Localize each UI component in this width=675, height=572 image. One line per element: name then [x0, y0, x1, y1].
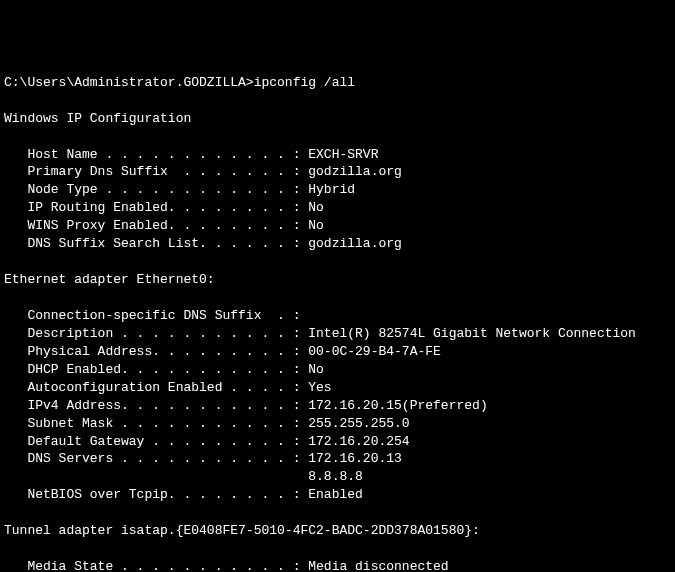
adapter-line: DNS Servers . . . . . . . . . . . : 172.… [4, 451, 402, 466]
adapter-line: Connection-specific DNS Suffix . : [4, 308, 300, 323]
section-header: Windows IP Configuration [4, 111, 191, 126]
config-line: Host Name . . . . . . . . . . . . : EXCH… [4, 147, 378, 162]
adapter-line: IPv4 Address. . . . . . . . . . . : 172.… [4, 398, 488, 413]
terminal-window[interactable]: C:\Users\Administrator.GODZILLA>ipconfig… [4, 74, 671, 572]
adapter-line: Physical Address. . . . . . . . . : 00-0… [4, 344, 441, 359]
adapter-header: Ethernet adapter Ethernet0: [4, 272, 215, 287]
config-line: WINS Proxy Enabled. . . . . . . . : No [4, 218, 324, 233]
adapter-line: Description . . . . . . . . . . . : Inte… [4, 326, 636, 341]
config-line: Node Type . . . . . . . . . . . . : Hybr… [4, 182, 355, 197]
command-text: ipconfig /all [254, 75, 355, 90]
config-line: IP Routing Enabled. . . . . . . . : No [4, 200, 324, 215]
adapter-line: Subnet Mask . . . . . . . . . . . : 255.… [4, 416, 410, 431]
adapter-header: Tunnel adapter isatap.{E0408FE7-5010-4FC… [4, 523, 480, 538]
adapter-line: DHCP Enabled. . . . . . . . . . . : No [4, 362, 324, 377]
prompt-path: C:\Users\Administrator.GODZILLA> [4, 75, 254, 90]
adapter-line: Autoconfiguration Enabled . . . . : Yes [4, 380, 332, 395]
adapter-line: NetBIOS over Tcpip. . . . . . . . : Enab… [4, 487, 363, 502]
adapter-line: 8.8.8.8 [4, 469, 363, 484]
config-line: Primary Dns Suffix . . . . . . . : godzi… [4, 164, 402, 179]
config-line: DNS Suffix Search List. . . . . . : godz… [4, 236, 402, 251]
adapter-line: Media State . . . . . . . . . . . : Medi… [4, 559, 449, 572]
adapter-line: Default Gateway . . . . . . . . . : 172.… [4, 434, 410, 449]
